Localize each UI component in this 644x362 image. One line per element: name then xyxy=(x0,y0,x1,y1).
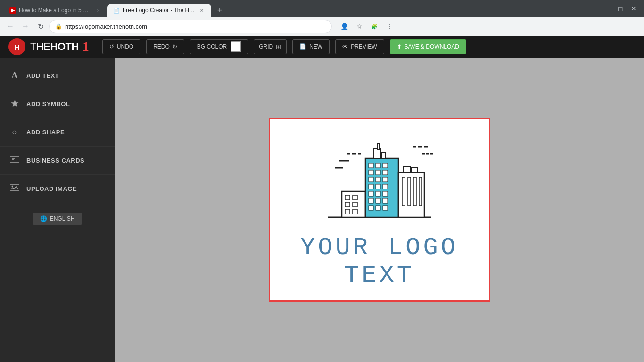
redo-button[interactable]: REDO ↻ xyxy=(146,39,184,54)
svg-rect-39 xyxy=(383,206,388,210)
canvas-area[interactable]: YOUR LOGO TEXT 2 xyxy=(115,58,644,362)
sidebar-item-add-shape[interactable]: ○ ADD SHAPE xyxy=(0,118,115,147)
sidebar-item-upload-image[interactable]: UPLOAD IMAGE xyxy=(0,175,115,203)
svg-rect-12 xyxy=(353,202,357,207)
preview-button[interactable]: 👁 PREVIEW xyxy=(335,39,384,54)
sidebar-item-business-cards[interactable]: BUSINESS CARDS xyxy=(0,147,115,175)
svg-rect-13 xyxy=(345,209,350,214)
svg-rect-34 xyxy=(369,198,373,203)
svg-rect-37 xyxy=(369,206,373,210)
tab2-title: Free Logo Creator - The HOTH xyxy=(123,7,195,14)
app-toolbar: H THEHOTH 1 ↺ UNDO REDO ↻ BG COLOR GRID … xyxy=(0,36,644,58)
undo-icon: ↺ xyxy=(109,43,114,50)
svg-rect-10 xyxy=(353,195,357,200)
bg-color-swatch xyxy=(231,41,241,52)
svg-rect-46 xyxy=(419,177,422,206)
svg-rect-11 xyxy=(345,202,350,207)
symbol-icon: ★ xyxy=(9,99,20,109)
redo-icon: ↻ xyxy=(173,43,177,50)
svg-rect-43 xyxy=(402,177,405,206)
svg-text:H: H xyxy=(15,44,19,51)
svg-rect-36 xyxy=(383,198,388,203)
browser-title-bar: ▶ How to Make a Logo in 5 Minut... ✕ 📄 F… xyxy=(0,0,644,17)
logo-canvas[interactable]: YOUR LOGO TEXT xyxy=(269,118,490,302)
language-button[interactable]: 🌐 ENGLISH xyxy=(33,213,83,225)
back-button[interactable]: ← xyxy=(4,20,17,33)
sidebar-item-upload-image-label: UPLOAD IMAGE xyxy=(26,185,77,192)
svg-rect-21 xyxy=(383,163,388,168)
app-logo-area: H THEHOTH 1 xyxy=(8,37,89,56)
new-icon: 📄 xyxy=(299,43,306,50)
svg-rect-27 xyxy=(383,177,388,182)
svg-rect-17 xyxy=(377,143,380,150)
new-button[interactable]: 📄 NEW xyxy=(292,39,330,54)
svg-rect-19 xyxy=(369,163,373,168)
forward-button[interactable]: → xyxy=(19,20,32,33)
close-window-button[interactable]: ✕ xyxy=(631,5,636,12)
sidebar-item-add-symbol[interactable]: ★ ADD SYMBOL xyxy=(0,90,115,118)
grid-icon: ⊞ xyxy=(276,43,281,50)
window-controls: – ◻ ✕ xyxy=(606,5,640,12)
svg-rect-45 xyxy=(413,177,416,206)
building-illustration xyxy=(304,130,455,234)
maximize-button[interactable]: ◻ xyxy=(618,5,623,12)
svg-rect-32 xyxy=(376,191,380,196)
new-tab-button[interactable]: + xyxy=(213,4,226,17)
app-logo-text: THEHOTH xyxy=(30,41,79,53)
svg-rect-41 xyxy=(403,167,410,173)
tab2-close-button[interactable]: ✕ xyxy=(198,7,206,14)
browser-tabs: ▶ How to Make a Logo in 5 Minut... ✕ 📄 F… xyxy=(4,0,226,17)
save-icon: ⬆ xyxy=(397,43,402,50)
svg-rect-29 xyxy=(376,184,380,189)
svg-point-6 xyxy=(12,185,13,187)
menu-icon[interactable]: ⋮ xyxy=(383,20,396,33)
browser-address-bar: ← → ↻ 🔒 https://logomaker.thehoth.com 👤 … xyxy=(0,17,644,36)
text-icon: A xyxy=(9,71,20,81)
svg-rect-23 xyxy=(376,170,380,175)
svg-rect-24 xyxy=(383,170,388,175)
tab1-close-button[interactable]: ✕ xyxy=(94,7,102,14)
bg-color-button[interactable]: BG COLOR xyxy=(190,39,248,54)
svg-rect-44 xyxy=(408,177,411,206)
svg-rect-35 xyxy=(376,198,380,203)
shape-icon: ○ xyxy=(9,127,20,137)
svg-rect-31 xyxy=(369,191,373,196)
svg-rect-28 xyxy=(369,184,373,189)
eye-icon: 👁 xyxy=(342,43,348,50)
profile-icon[interactable]: 👤 xyxy=(338,20,351,33)
svg-rect-9 xyxy=(345,195,350,200)
business-cards-icon xyxy=(9,156,20,165)
globe-icon: 🌐 xyxy=(40,215,47,222)
bookmark-icon[interactable]: ☆ xyxy=(353,20,366,33)
svg-rect-20 xyxy=(376,163,380,168)
grid-button[interactable]: GRID ⊞ xyxy=(254,39,287,54)
browser-tab-1[interactable]: ▶ How to Make a Logo in 5 Minut... ✕ xyxy=(4,4,107,17)
browser-chrome: ▶ How to Make a Logo in 5 Minut... ✕ 📄 F… xyxy=(0,0,644,36)
undo-button[interactable]: ↺ UNDO xyxy=(102,39,140,54)
sidebar-item-add-text-label: ADD TEXT xyxy=(26,72,59,79)
tab2-favicon: 📄 xyxy=(113,7,120,14)
svg-rect-22 xyxy=(369,170,373,175)
extension-icon[interactable]: 🧩 xyxy=(368,20,381,33)
address-text: https://logomaker.thehoth.com xyxy=(65,23,326,30)
svg-rect-42 xyxy=(412,168,417,173)
svg-rect-5 xyxy=(10,184,19,191)
svg-rect-14 xyxy=(353,209,357,214)
browser-right-icons: 👤 ☆ 🧩 ⋮ xyxy=(338,20,396,33)
save-download-button[interactable]: ⬆ SAVE & DOWNLOAD xyxy=(390,39,466,54)
svg-rect-33 xyxy=(383,191,388,196)
sidebar-item-add-text[interactable]: A ADD TEXT xyxy=(0,62,115,90)
upload-image-icon xyxy=(9,183,20,194)
svg-rect-18 xyxy=(381,153,385,158)
refresh-button[interactable]: ↻ xyxy=(34,20,47,33)
minimize-button[interactable]: – xyxy=(606,5,610,12)
lock-icon: 🔒 xyxy=(55,23,62,30)
canvas-logo-text: YOUR LOGO TEXT xyxy=(300,234,458,289)
svg-rect-2 xyxy=(10,156,19,162)
tab1-favicon: ▶ xyxy=(9,7,16,14)
sidebar-item-add-symbol-label: ADD SYMBOL xyxy=(26,100,70,107)
address-bar[interactable]: 🔒 https://logomaker.thehoth.com xyxy=(49,20,332,33)
sidebar-item-add-shape-label: ADD SHAPE xyxy=(26,129,65,136)
browser-tab-2[interactable]: 📄 Free Logo Creator - The HOTH ✕ xyxy=(107,4,211,17)
svg-rect-26 xyxy=(376,177,380,182)
